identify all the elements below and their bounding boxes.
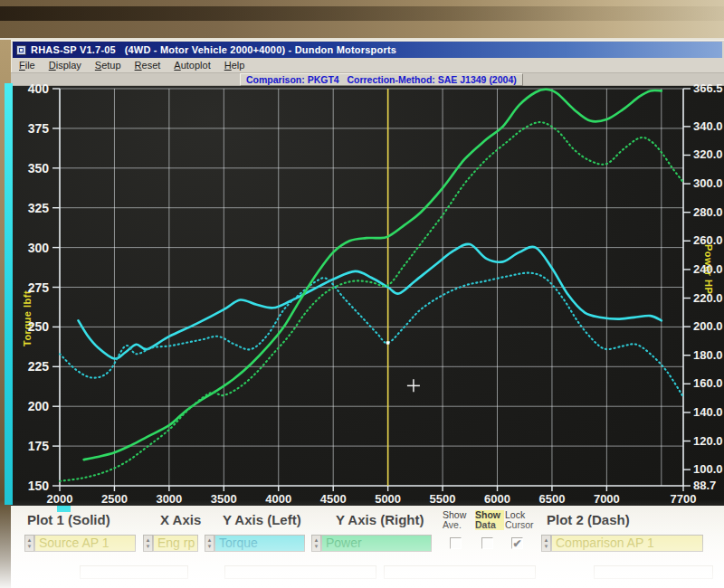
- y-left-tick-label: 250: [7, 319, 49, 334]
- aux-input-3[interactable]: [384, 565, 536, 579]
- photo-of-screen: RHAS-SP V1.7-05 (4WD - Motor Vehicle 200…: [0, 0, 724, 588]
- yleft-select[interactable]: Torque: [214, 535, 305, 552]
- y-right-tick-label: 160.0: [693, 376, 724, 390]
- chart-plot-area[interactable]: [11, 86, 724, 506]
- show-ave-label: Show Ave.: [443, 510, 473, 530]
- y-right-tick-label: 260.0: [693, 233, 724, 247]
- y-right-tick-label: 120.0: [693, 434, 724, 448]
- x-tick-label: 4500: [312, 492, 354, 506]
- menu-autoplot[interactable]: Autoplot: [174, 60, 210, 71]
- source-spinner[interactable]: [24, 535, 34, 552]
- desk-surface-top: [0, 0, 724, 40]
- menu-display[interactable]: Display: [49, 60, 81, 71]
- y-left-tick-label: 400: [7, 81, 49, 96]
- x-tick-label: 7000: [586, 492, 627, 506]
- plot2-spinner[interactable]: [541, 535, 551, 552]
- x-tick-label: 2500: [93, 492, 135, 506]
- power-plot-2-dash--curve: [60, 122, 683, 481]
- y-left-tick-label: 275: [7, 280, 49, 295]
- title-bar[interactable]: RHAS-SP V1.7-05 (4WD - Motor Vehicle 200…: [13, 42, 722, 58]
- power-plot-1-solid--curve: [84, 90, 662, 460]
- y-left-tick-label: 200: [7, 399, 49, 413]
- y-left-tick-label: 300: [7, 241, 49, 255]
- xaxis-section-label: X Axis: [160, 512, 201, 527]
- yright-section-label: Y Axis (Right): [336, 512, 424, 527]
- y-right-tick-label: 200.0: [693, 319, 724, 333]
- y-left-tick-label: 325: [7, 201, 49, 215]
- yleft-spinner[interactable]: [205, 535, 214, 552]
- menu-help[interactable]: Help: [224, 60, 245, 71]
- y-right-tick-label: 280.0: [693, 205, 724, 219]
- y-left-tick-label: 150: [7, 479, 49, 493]
- y-right-tick-label: 320.0: [693, 147, 724, 161]
- y-right-tick-label: 340.0: [693, 119, 724, 133]
- xaxis-spinner[interactable]: [143, 535, 153, 552]
- yleft-section-label: Y Axis (Left): [223, 512, 301, 527]
- x-tick-label: 3000: [148, 492, 190, 506]
- aux-input-2[interactable]: [224, 565, 376, 579]
- plot-controls-panel: Plot 1 (Solid) X Axis Y Axis (Left) Y Ax…: [11, 506, 724, 588]
- plot2-select[interactable]: Comparison AP 1: [551, 535, 703, 552]
- chart-edge-stripe: [5, 83, 13, 505]
- app-icon: [16, 45, 26, 55]
- dyno-chart[interactable]: Torque lbft Power HP 4003753503253002752…: [11, 86, 724, 506]
- aux-input-1[interactable]: [80, 565, 188, 579]
- yright-spinner[interactable]: [311, 535, 321, 552]
- x-tick-label: 6500: [531, 492, 573, 506]
- y-left-tick-label: 350: [7, 161, 49, 175]
- show-data-checkbox[interactable]: [481, 537, 493, 549]
- y-right-tick-label: 220.0: [693, 291, 724, 305]
- x-tick-label: 3500: [203, 492, 244, 506]
- app-window: RHAS-SP V1.7-05 (4WD - Motor Vehicle 200…: [11, 40, 724, 588]
- toolbar-strip: Comparison: PKGT4 Correction-Method: SAE…: [11, 72, 724, 86]
- y-right-tick-label: 366.5: [693, 81, 724, 95]
- plot1-section-label: Plot 1 (Solid): [27, 512, 110, 527]
- torque-plot-1-solid--curve: [79, 244, 662, 359]
- aux-input-4[interactable]: [594, 565, 713, 579]
- x-tick-label: 5500: [422, 492, 463, 506]
- xaxis-select[interactable]: Eng rp: [153, 535, 198, 552]
- y-right-tick-label: 100.0: [693, 462, 724, 476]
- y-right-tick-label: 240.0: [693, 262, 724, 276]
- y-right-tick-label: 300.0: [693, 176, 724, 190]
- y-right-tick-label: 140.0: [693, 405, 724, 419]
- x-tick-label: 7700: [662, 492, 704, 506]
- lock-cursor-label: Lock Cursor: [505, 510, 541, 530]
- comparison-status-box: Comparison: PKGT4 Correction-Method: SAE…: [240, 73, 523, 86]
- y-left-tick-label: 175: [7, 439, 49, 453]
- y-right-tick-label: 88.7: [693, 479, 724, 492]
- menu-bar: FileDisplaySetupResetAutoplotHelp: [13, 58, 722, 72]
- menu-setup[interactable]: Setup: [95, 60, 121, 71]
- cursor-data-dot: [386, 341, 389, 344]
- lock-cursor-checkbox[interactable]: ✔: [511, 537, 523, 549]
- x-tick-label: 5000: [367, 492, 409, 506]
- show-ave-checkbox[interactable]: [450, 537, 462, 549]
- y-right-tick-label: 180.0: [693, 348, 724, 362]
- menu-reset[interactable]: Reset: [135, 60, 161, 71]
- window-title: RHAS-SP V1.7-05 (4WD - Motor Vehicle 200…: [31, 44, 396, 55]
- torque-plot-2-dash--curve: [60, 273, 683, 397]
- cyan-marker-chip: [57, 506, 71, 512]
- menu-file[interactable]: File: [19, 60, 35, 71]
- x-tick-label: 2000: [39, 492, 81, 506]
- x-tick-label: 4000: [258, 492, 300, 506]
- y-left-tick-label: 225: [7, 359, 49, 374]
- show-data-label: Show Data: [475, 510, 504, 530]
- plot2-section-label: Plot 2 (Dash): [547, 512, 630, 527]
- x-tick-label: 6000: [477, 492, 519, 506]
- yright-select[interactable]: Power: [321, 535, 432, 552]
- y-left-tick-label: 375: [7, 121, 49, 136]
- source-select[interactable]: Source AP 1: [34, 535, 136, 552]
